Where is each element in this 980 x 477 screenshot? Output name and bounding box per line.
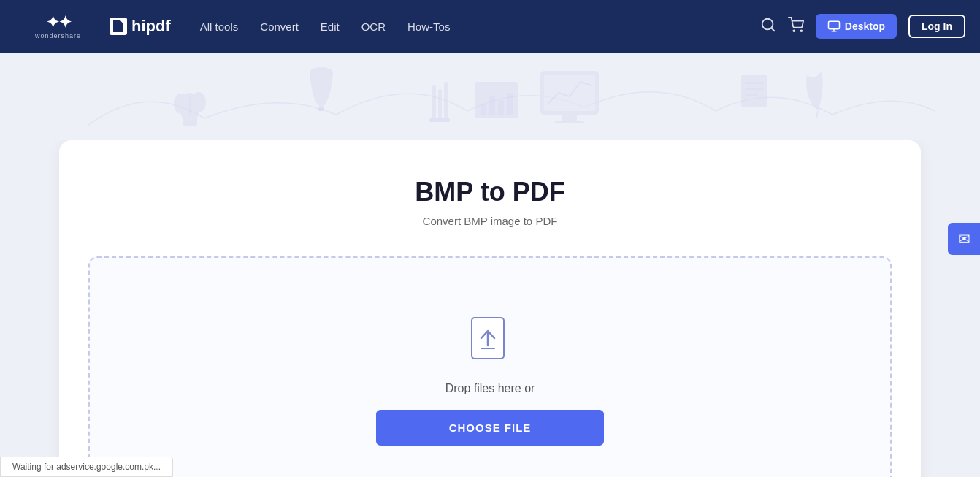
hipdf-text: hipdf [131,17,171,36]
chat-icon: ✉ [958,230,971,248]
nav-convert[interactable]: Convert [260,20,299,33]
svg-rect-17 [429,118,450,122]
status-text: Waiting for adservice.google.com.pk... [12,462,161,472]
chat-float-button[interactable]: ✉ [948,223,980,255]
nav-actions: Desktop Log In [760,14,965,39]
svg-rect-15 [438,89,442,122]
svg-line-31 [816,111,818,118]
hero-decoration [0,53,980,140]
navbar: ✦✦ wondershare hipdf All tools Convert E… [0,0,980,53]
svg-rect-29 [745,88,763,90]
svg-rect-11 [189,96,191,115]
desktop-button[interactable]: Desktop [816,14,897,39]
svg-point-9 [174,94,188,114]
main-content: BMP to PDF Convert BMP image to PDF Drop… [0,140,980,477]
dropzone[interactable]: Drop files here or CHOOSE FILE [88,256,892,477]
converter-title: BMP to PDF [88,177,892,207]
svg-rect-20 [489,96,495,115]
svg-rect-25 [562,115,577,121]
svg-line-1 [771,28,774,31]
svg-rect-22 [507,93,513,115]
decor-svg [0,60,980,140]
cart-button[interactable] [788,17,804,37]
nav-how-tos[interactable]: How-Tos [407,20,450,33]
wondershare-logo: ✦✦ wondershare [15,0,102,53]
search-button[interactable] [760,17,776,37]
svg-rect-13 [318,107,324,111]
status-bar: Waiting for adservice.google.com.pk... [0,457,173,477]
svg-rect-21 [498,100,504,115]
converter-card: BMP to PDF Convert BMP image to PDF Drop… [59,140,921,477]
upload-icon [468,316,512,367]
hipdf-logo[interactable]: hipdf [110,17,171,36]
svg-rect-19 [481,104,486,115]
nav-edit[interactable]: Edit [321,20,340,33]
nav-links: All tools Convert Edit OCR How-Tos [200,20,760,33]
wondershare-text: wondershare [35,32,81,39]
choose-file-button[interactable]: CHOOSE FILE [376,410,605,446]
svg-rect-27 [741,75,767,107]
svg-point-2 [793,30,795,31]
wondershare-icon: ✦✦ [46,13,71,32]
desktop-btn-label: Desktop [845,20,885,32]
svg-rect-24 [544,75,595,111]
svg-rect-30 [745,94,758,96]
nav-ocr[interactable]: OCR [361,20,386,33]
nav-all-tools[interactable]: All tools [200,20,239,33]
svg-rect-4 [828,21,839,29]
svg-point-10 [191,92,206,112]
svg-rect-16 [444,82,448,122]
svg-rect-14 [432,85,436,122]
svg-point-3 [800,30,802,31]
hipdf-icon [110,18,127,35]
svg-rect-28 [745,82,763,84]
upload-icon-wrap [464,316,516,367]
converter-subtitle: Convert BMP image to PDF [88,215,892,227]
svg-rect-26 [555,121,584,123]
login-button[interactable]: Log In [908,15,965,38]
drop-text: Drop files here or [445,382,535,395]
